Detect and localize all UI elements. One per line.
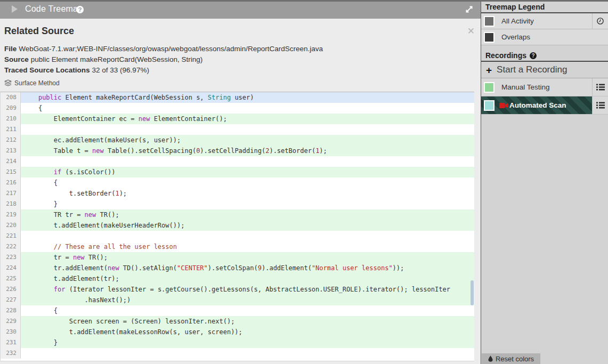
activity-time-button[interactable] [592,13,608,29]
code-line: 221 [1,231,474,241]
code-line: 215 if (s.isColor()) [1,167,474,177]
treemap-header-bar: Code Treemap ? [0,0,481,19]
manual-testing-list-button[interactable] [592,78,608,96]
reset-colors-button[interactable]: Reset colors [482,353,540,364]
line-number: 231 [1,337,21,348]
overlaps-swatch[interactable] [484,32,494,43]
related-source-panel: ✕ Related Source FileWebGoat-7.1.war;WEB… [0,19,481,364]
code-text: ec.addElement(makeUser(s, user)); [21,135,474,145]
line-number: 225 [1,273,21,284]
code-text: TR tr = new TR(); [21,209,474,220]
line-number: 216 [1,177,21,188]
layers-icon [4,79,12,87]
legend-row-overlaps[interactable]: Overlaps [481,29,608,45]
line-number: 208 [1,92,21,103]
line-number: 220 [1,220,21,231]
code-line: 228 { [1,305,474,316]
code-line: 211 [1,124,474,135]
legend-title: Treemap Legend [485,3,545,11]
panel-title: Related Source [4,26,74,37]
code-line: 223 tr = new TR(); [1,252,474,263]
recording-row-automated-scan[interactable]: Automated Scan [481,96,608,115]
close-icon[interactable]: ✕ [467,27,475,36]
main-area: Code Treemap ? ✕ Related Source FileWebG… [0,0,481,364]
automated-scan-swatch[interactable] [484,100,494,111]
source-code-viewer: 208 public Element makeReportCard(WebSes… [0,92,474,361]
code-line: 210 ElementContainer ec = new ElementCon… [1,114,474,124]
line-number: 214 [1,156,21,167]
line-number: 223 [1,252,21,263]
code-line: 219 TR tr = new TR(); [1,209,474,220]
automated-scan-list-button[interactable] [592,96,608,114]
code-line: 209 { [1,103,474,114]
code-scrollbar-thumb[interactable] [471,280,474,305]
surface-method-link[interactable]: Surface Method [4,79,60,87]
code-line: 216 { [1,177,474,188]
code-text: if (s.isColor()) [21,167,474,177]
line-number: 211 [1,124,21,135]
line-number: 227 [1,295,21,305]
start-recording-button[interactable]: + Start a Recording [481,62,608,78]
recording-row-manual-testing[interactable]: Manual Testing [481,78,608,96]
line-number: 226 [1,284,21,295]
code-line: 229 Screen screen = (Screen) lessonIter.… [1,316,474,327]
code-text: tr = new TR(); [21,252,474,263]
top-border-strip [0,0,608,2]
code-line: 212 ec.addElement(makeUser(s, user)); [1,135,474,145]
code-text: .hasNext();) [21,295,474,305]
recordings-title: Recordings [485,51,526,60]
line-number: 230 [1,327,21,337]
code-line: 226 for (Iterator lessonIter = s.getCour… [1,284,474,295]
line-number: 215 [1,167,21,177]
legend-heading: Treemap Legend [481,0,608,13]
code-text: } [21,337,474,348]
treemap-sidebar: Treemap Legend All Activity Overlaps Rec… [481,0,608,364]
start-recording-label: Start a Recording [497,64,567,75]
overlaps-label: Overlaps [501,33,530,41]
code-text: tr.addElement(new TD().setAlign("CENTER"… [21,263,474,273]
code-text: // These are all the user lesson [21,241,474,252]
code-treemap-page: Code Treemap ? ✕ Related Source FileWebG… [0,0,608,364]
plus-icon: + [486,65,492,75]
code-line: 217 t.setBorder(1); [1,188,474,199]
code-text: Screen screen = (Screen) lessonIter.next… [21,316,474,327]
line-number: 232 [1,348,21,359]
help-icon[interactable]: ? [76,6,84,13]
manual-testing-label: Manual Testing [501,83,550,91]
all-activity-swatch[interactable] [484,16,494,27]
code-text: { [21,305,474,316]
source-label: Source [4,55,29,63]
video-camera-icon [499,102,508,109]
line-number: 213 [1,145,21,156]
list-icon [596,102,605,109]
line-number: 218 [1,199,21,209]
line-number: 222 [1,241,21,252]
header-title: Code Treemap [25,4,83,14]
manual-testing-cell[interactable]: Manual Testing [481,78,592,96]
code-text: t.addElement(tr); [21,273,474,284]
recordings-help-icon[interactable]: ? [530,52,537,59]
code-line: 232 [1,348,474,359]
line-number: 228 [1,305,21,316]
line-number: 221 [1,231,21,241]
list-icon [596,84,605,91]
clock-icon [596,17,604,25]
collapse-caret-icon[interactable] [12,5,18,13]
expand-icon[interactable] [465,5,474,14]
automated-scan-label: Automated Scan [509,101,566,109]
code-text: for (Iterator lessonIter = s.getCourse()… [21,284,474,295]
manual-testing-swatch[interactable] [484,82,494,93]
code-text [21,124,474,135]
code-line: 208 public Element makeReportCard(WebSes… [1,92,474,103]
line-number: 224 [1,263,21,273]
line-number: 212 [1,135,21,145]
line-number: 229 [1,316,21,327]
line-number: 209 [1,103,21,114]
all-activity-label: All Activity [501,17,534,25]
code-line: 224 tr.addElement(new TD().setAlign("CEN… [1,263,474,273]
legend-row-all-activity[interactable]: All Activity [481,13,608,29]
automated-scan-cell[interactable]: Automated Scan [481,96,592,114]
file-row: FileWebGoat-7.1.war;WEB-INF/classes/org/… [4,44,323,54]
code-line: 222 // These are all the user lesson [1,241,474,252]
code-text: t.setBorder(1); [21,188,474,199]
